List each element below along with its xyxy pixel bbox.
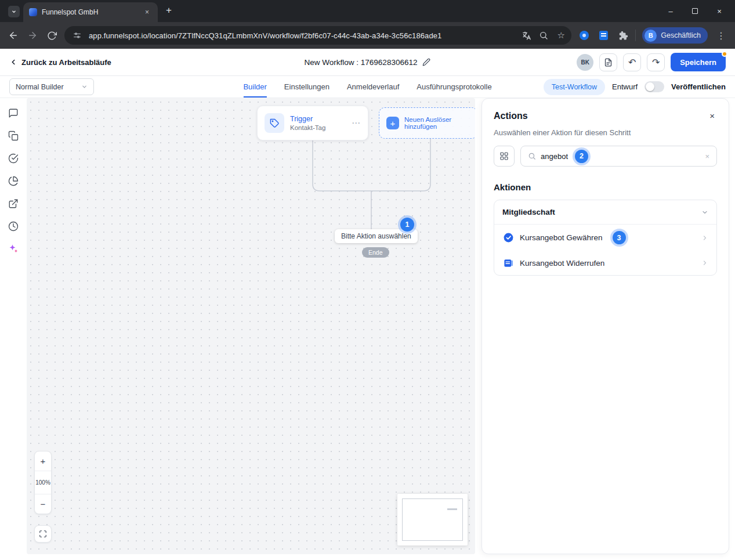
chevron-down-icon xyxy=(81,84,88,90)
new-tab-button[interactable]: + xyxy=(162,5,175,16)
profile-avatar: B xyxy=(645,30,657,42)
reload-icon[interactable] xyxy=(45,29,58,42)
builder-mode-select[interactable]: Normal Builder xyxy=(9,78,94,95)
tutorial-step-1-badge: 1 xyxy=(400,218,414,232)
membership-group: Mitgliedschaft Kursangebot Gewähren 3 xyxy=(494,200,717,276)
browser-tab[interactable]: Funnelspot GmbH × xyxy=(23,2,158,22)
site-info-icon[interactable] xyxy=(71,30,83,41)
minimap[interactable] xyxy=(397,494,468,545)
comments-icon[interactable] xyxy=(8,108,19,118)
tab-anmeldeverlauf[interactable]: Anmeldeverlauf xyxy=(347,76,399,97)
back-to-workflows-link[interactable]: Zurück zu Arbeitsabläufe xyxy=(9,58,111,67)
clear-search-icon[interactable]: × xyxy=(705,152,709,161)
panel-close-icon[interactable]: × xyxy=(707,110,717,122)
window-maximize-button[interactable] xyxy=(683,0,707,22)
zoom-out-button[interactable]: − xyxy=(35,494,51,514)
left-icon-rail xyxy=(0,98,27,559)
action-search-input[interactable]: angebot 2 × xyxy=(520,146,717,167)
redo-button[interactable]: ↷ xyxy=(647,53,665,71)
window-close-button[interactable]: × xyxy=(707,0,732,22)
workflow-canvas[interactable]: Trigger Kontakt-Tag ⋯ + Neuen Auslöser h… xyxy=(27,98,475,554)
draft-label: Entwurf xyxy=(612,82,638,91)
add-trigger-label: Neuen Auslöser hinzufügen xyxy=(404,116,470,130)
history-clock-icon[interactable] xyxy=(8,221,19,232)
browser-titlebar: Funnelspot GmbH × + – × xyxy=(0,0,735,22)
revoke-offer-icon xyxy=(502,257,514,269)
extension-doc-icon[interactable] xyxy=(597,29,610,42)
action-search-row: angebot 2 × xyxy=(482,137,729,167)
grant-offer-icon xyxy=(502,232,514,244)
documents-icon[interactable] xyxy=(8,131,19,141)
tag-icon xyxy=(265,113,284,133)
trigger-title: Trigger xyxy=(290,115,325,123)
action-item-label: Kursangebot Widerrufen xyxy=(520,259,604,268)
chevron-right-icon xyxy=(701,259,708,266)
zoom-in-button[interactable]: + xyxy=(35,451,51,471)
save-button[interactable]: Speichern xyxy=(671,53,726,71)
builder-mode-value: Normal Builder xyxy=(16,83,64,91)
browser-profile-chip[interactable]: B Geschäftlich xyxy=(642,27,708,44)
extension-blue-dot-icon[interactable] xyxy=(578,29,591,42)
membership-group-title: Mitgliedschaft xyxy=(502,208,555,216)
window-minimize-button[interactable]: – xyxy=(658,0,683,22)
trigger-texts: Trigger Kontakt-Tag xyxy=(290,115,325,131)
minimap-node-marker xyxy=(447,508,457,510)
action-item-kursangebot-gewaehren[interactable]: Kursangebot Gewähren 3 xyxy=(494,225,716,251)
trigger-node[interactable]: Trigger Kontakt-Tag ⋯ xyxy=(257,106,368,140)
browser-menu-icon[interactable]: ⋮ xyxy=(714,30,728,41)
tab-close-icon[interactable]: × xyxy=(142,8,152,17)
extensions-puzzle-icon[interactable] xyxy=(616,29,629,42)
action-item-kursangebot-widerrufen[interactable]: Kursangebot Widerrufen xyxy=(494,251,716,275)
panel-title: Actions xyxy=(494,111,528,121)
undo-button[interactable]: ↶ xyxy=(623,53,641,71)
back-icon[interactable] xyxy=(7,29,20,42)
minimap-viewport xyxy=(402,498,463,541)
zoom-controls: + 100% − xyxy=(34,451,52,514)
forward-icon[interactable] xyxy=(26,29,39,42)
translate-icon[interactable] xyxy=(520,30,532,41)
tab-title: Funnelspot GmbH xyxy=(42,8,137,16)
edit-pencil-icon[interactable] xyxy=(422,58,430,66)
subnav-right: Test-Workflow Entwurf Veröffentlichen xyxy=(544,79,726,95)
screen: Funnelspot GmbH × + – × app.funnelspot.i… xyxy=(0,0,735,560)
site-favicon-icon xyxy=(29,8,37,16)
blue-doc-icon xyxy=(599,31,608,40)
save-label: Speichern xyxy=(680,58,716,67)
pie-chart-icon[interactable] xyxy=(8,176,19,186)
external-link-icon[interactable] xyxy=(8,198,19,209)
workflow-title-text: New Workflow : 1769628306612 xyxy=(305,58,418,67)
tab-builder[interactable]: Builder xyxy=(243,76,266,97)
document-icon xyxy=(604,58,613,67)
check-circle-icon[interactable] xyxy=(8,153,19,164)
notes-button[interactable] xyxy=(599,53,617,71)
plus-icon: + xyxy=(386,117,399,129)
add-trigger-button[interactable]: + Neuen Auslöser hinzufügen xyxy=(379,107,475,139)
window-controls: – × xyxy=(658,0,732,22)
node-menu-icon[interactable]: ⋯ xyxy=(352,118,361,128)
end-node: Ende xyxy=(362,247,389,258)
ai-sparkles-icon[interactable] xyxy=(8,244,19,254)
user-avatar[interactable]: BK xyxy=(577,54,593,71)
membership-group-header[interactable]: Mitgliedschaft xyxy=(494,200,716,225)
header-actions: BK ↶ ↷ Speichern xyxy=(577,53,726,71)
test-workflow-button[interactable]: Test-Workflow xyxy=(544,79,605,95)
tab-list-chevron-icon[interactable] xyxy=(8,6,20,17)
grid-icon xyxy=(499,151,509,161)
connector-lines xyxy=(27,98,475,554)
action-item-label: Kursangebot Gewähren xyxy=(520,233,603,242)
toolbar-divider xyxy=(635,30,636,41)
tab-ausfuehrungsprotokolle[interactable]: Ausführungsprotokolle xyxy=(417,76,491,97)
search-value: angebot xyxy=(541,152,568,161)
address-bar[interactable]: app.funnelspot.io/location/7ZTlfNccQ31qZ… xyxy=(64,26,571,45)
publish-toggle[interactable] xyxy=(645,81,664,92)
search-icon xyxy=(528,152,536,160)
expand-icon xyxy=(39,530,47,538)
bookmark-star-icon[interactable]: ☆ xyxy=(555,30,567,41)
tab-einstellungen[interactable]: Einstellungen xyxy=(284,76,330,97)
chevron-right-icon xyxy=(701,234,708,241)
fit-view-button[interactable] xyxy=(34,525,52,543)
zoom-search-icon[interactable] xyxy=(538,30,549,41)
trigger-subtitle: Kontakt-Tag xyxy=(290,124,325,131)
panel-subtitle: Auswählen einer Aktion für diesen Schrit… xyxy=(482,122,729,137)
category-grid-button[interactable] xyxy=(494,146,515,167)
